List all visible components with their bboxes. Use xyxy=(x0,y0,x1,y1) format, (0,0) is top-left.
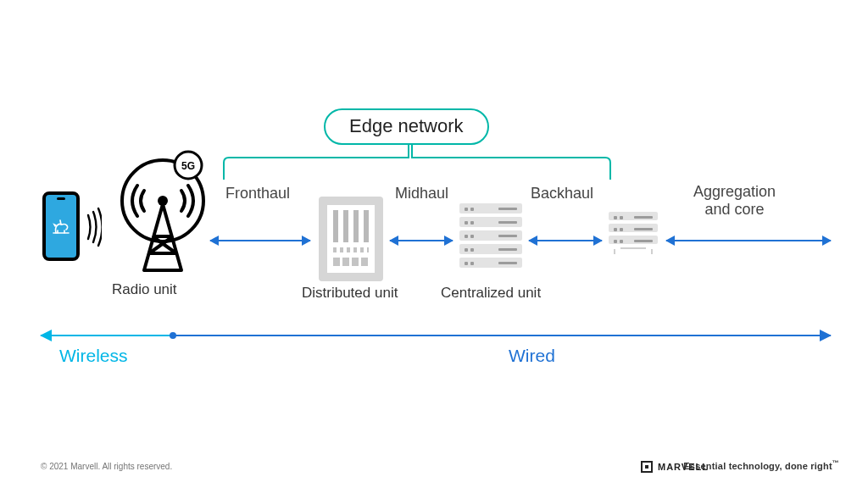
five-g-badge-text: 5G xyxy=(181,160,195,172)
tagline-text: Essential technology, done right™ xyxy=(683,459,839,471)
phone-icon xyxy=(42,191,80,261)
edge-network-pill: Edge network xyxy=(324,108,489,145)
arrow-radio-to-du xyxy=(210,240,310,241)
label-wired: Wired xyxy=(509,346,555,366)
label-backhaul: Backhaul xyxy=(531,185,593,202)
centralized-unit-icon xyxy=(459,203,522,271)
label-centralized-unit: Centralized unit xyxy=(441,285,541,302)
arrow-backbone-to-core xyxy=(666,240,831,241)
label-radio-unit: Radio unit xyxy=(112,281,177,298)
distributed-unit-icon xyxy=(319,197,383,281)
edge-network-bracket xyxy=(222,142,612,181)
radio-tower-icon: 5G xyxy=(103,148,203,248)
marvell-logo-icon xyxy=(641,461,653,473)
copyright-text: © 2021 Marvell. All rights reserved. xyxy=(41,462,172,471)
signal-waves-icon xyxy=(85,207,102,247)
label-midhaul: Midhaul xyxy=(395,185,448,202)
wireless-range-bar xyxy=(41,335,173,336)
label-wireless: Wireless xyxy=(59,346,128,366)
label-fronthaul: Fronthaul xyxy=(225,185,290,202)
arrow-du-to-cu xyxy=(390,240,453,241)
arrow-cu-to-backbone xyxy=(529,240,602,241)
wired-range-bar xyxy=(173,335,831,336)
backbone-switch-icon xyxy=(609,212,658,249)
label-distributed-unit: Distributed unit xyxy=(302,285,398,302)
label-aggregation-core: Aggregation and core xyxy=(693,183,776,219)
diagram-canvas: Edge network Fronthaul Midhaul Backhaul … xyxy=(0,0,868,488)
